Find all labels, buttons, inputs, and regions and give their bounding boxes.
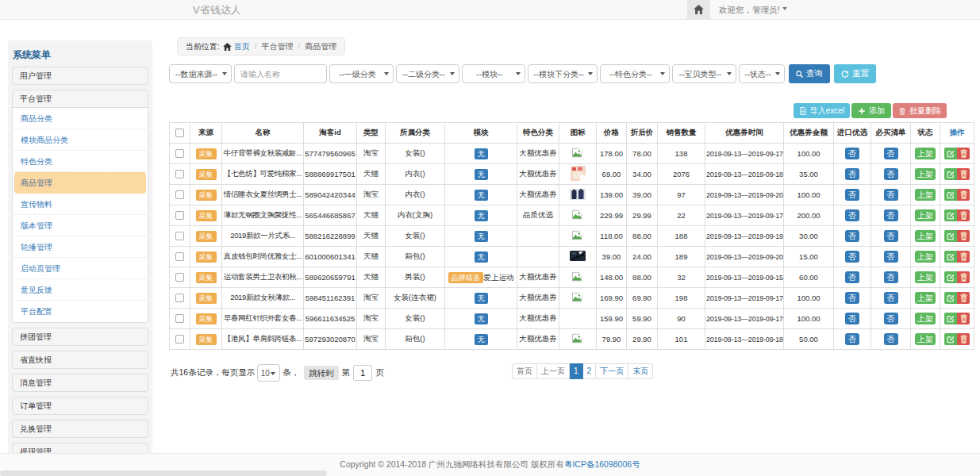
row-checkbox[interactable]	[175, 294, 184, 302]
col-header-折后价: 折后价	[627, 123, 658, 144]
page-button-上一页[interactable]: 上一页	[537, 363, 570, 379]
sidebar-panel-bottom-1-heading[interactable]: 省直快报	[13, 351, 148, 368]
delete-button[interactable]	[957, 168, 970, 180]
cell-name: 早春网红针织外套女春...	[222, 309, 304, 329]
select-all-checkbox[interactable]	[175, 129, 184, 137]
cell-status: 上架	[911, 288, 940, 309]
edit-button[interactable]	[944, 313, 957, 324]
sidebar-item-商品管理[interactable]: 商品管理	[14, 172, 146, 194]
add-button[interactable]: 添加	[851, 103, 891, 118]
sidebar-panel-platform: 平台管理商品分类模块商品分类特色分类商品管理宣传物料版本管理轮播管理启动页管理意…	[12, 90, 148, 323]
data-source-select[interactable]: --数据来源--	[169, 64, 232, 83]
col-header-来源: 来源	[190, 123, 222, 144]
cell-module: 无	[445, 226, 517, 247]
page-size-select[interactable]: 10	[257, 364, 280, 382]
sidebar-item-模块商品分类[interactable]: 模块商品分类	[14, 129, 146, 151]
cell-taoke-id: 598451162391	[304, 288, 357, 309]
filter-select-宝贝类型[interactable]: --宝贝类型--	[672, 64, 736, 83]
home-nav-button[interactable]	[687, 0, 710, 20]
page-button-2[interactable]: 2	[583, 363, 597, 379]
delete-button[interactable]	[957, 271, 970, 283]
sidebar-item-版本管理[interactable]: 版本管理	[14, 215, 146, 236]
row-checkbox[interactable]	[175, 232, 184, 240]
jump-button[interactable]: 跳转到	[304, 366, 339, 380]
sidebar-item-启动页管理[interactable]: 启动页管理	[14, 258, 146, 279]
edit-button[interactable]	[944, 292, 957, 304]
edit-button[interactable]	[944, 333, 957, 345]
cell-coupon-time: 2019-09-13—2019-09-17	[705, 288, 784, 309]
row-checkbox[interactable]	[175, 273, 184, 282]
edit-button[interactable]	[944, 189, 957, 201]
cell-category: 女装()	[386, 144, 445, 164]
source-badge: 采集	[196, 210, 217, 221]
sidebar-item-意见反馈[interactable]: 意见反馈	[14, 279, 146, 301]
delete-button[interactable]	[957, 148, 970, 159]
edit-button[interactable]	[944, 251, 957, 263]
sidebar-item-商品分类[interactable]: 商品分类	[14, 108, 146, 129]
sidebar-panel-bottom-4-heading[interactable]: 兑换管理	[13, 420, 148, 437]
horizontal-scrollbar-thumb[interactable]	[0, 470, 327, 476]
cell-type: 天猫	[357, 205, 386, 226]
search-button[interactable]: 查询	[789, 64, 830, 83]
sidebar-item-轮播管理[interactable]: 轮播管理	[14, 236, 146, 258]
row-checkbox[interactable]	[175, 252, 184, 261]
filter-select-模块下分类[interactable]: --模块下分类--	[528, 64, 598, 83]
row-checkbox[interactable]	[175, 211, 184, 220]
filter-select-模块[interactable]: --模块--	[462, 64, 525, 83]
row-checkbox[interactable]	[175, 170, 184, 178]
edit-button[interactable]	[944, 271, 957, 283]
sidebar-item-特色分类[interactable]: 特色分类	[14, 151, 146, 172]
edit-button[interactable]	[944, 148, 957, 159]
row-checkbox[interactable]	[175, 190, 184, 199]
cell-name: 薄款无钢圈文胸聚拢性...	[222, 205, 304, 226]
delete-button[interactable]	[957, 292, 970, 304]
cell-operations	[940, 329, 974, 350]
status-badge: 上架	[915, 251, 936, 263]
delete-button[interactable]	[957, 189, 970, 201]
cell-mustbuy-flag: 否	[871, 288, 911, 309]
sidebar-panel-platform-heading[interactable]: 平台管理	[13, 90, 148, 107]
delete-button[interactable]	[957, 333, 970, 345]
sidebar-item-平台配置[interactable]: 平台配置	[14, 301, 146, 322]
module-none-badge: 无	[475, 190, 488, 201]
cell-source: 采集	[190, 267, 222, 288]
batch-delete-button[interactable]: 批量删除	[893, 103, 947, 118]
sidebar-panel-bottom-0-heading[interactable]: 拼团管理	[13, 328, 148, 345]
sidebar-panel-bottom-3-heading[interactable]: 订单管理	[13, 397, 148, 414]
breadcrumb-home-link[interactable]: 首页	[234, 42, 250, 51]
cell-name: 2019新款一片式系...	[222, 226, 304, 247]
reset-button[interactable]: 重置	[834, 64, 876, 83]
filter-select-二级分类[interactable]: --二级分类--	[396, 64, 459, 83]
page-number-input[interactable]	[353, 365, 372, 381]
import-excel-button[interactable]: 导入excel	[794, 103, 850, 118]
delete-button[interactable]	[957, 251, 970, 263]
name-search-input[interactable]	[234, 64, 327, 83]
cell-type: 淘宝	[357, 144, 386, 164]
cell-checkbox	[170, 164, 190, 185]
user-menu[interactable]: 欢迎您，管理员!	[719, 0, 787, 20]
filter-select-特色分类[interactable]: --特色分类--	[600, 64, 670, 83]
delete-button[interactable]	[957, 313, 970, 324]
delete-button[interactable]	[957, 209, 970, 221]
delete-button[interactable]	[957, 230, 970, 242]
icp-link[interactable]: 粤ICP备16098006号	[564, 459, 640, 469]
cell-price: 178.00	[597, 144, 627, 164]
row-checkbox[interactable]	[175, 335, 184, 344]
sidebar-item-宣传物料[interactable]: 宣传物料	[14, 194, 146, 215]
page-button-1[interactable]: 1	[570, 363, 583, 379]
filter-select-状态[interactable]: --状态--	[739, 64, 785, 83]
page-button-下一页[interactable]: 下一页	[596, 363, 628, 379]
row-checkbox[interactable]	[175, 149, 184, 158]
sidebar-panel-bottom-2-heading[interactable]: 消息管理	[13, 374, 148, 391]
page-button-末页[interactable]: 末页	[628, 363, 653, 379]
cell-price: 79.90	[597, 329, 627, 350]
row-checkbox[interactable]	[175, 314, 184, 323]
page-button-首页[interactable]: 首页	[512, 363, 537, 379]
edit-button[interactable]	[944, 168, 957, 180]
filter-select-一级分类[interactable]: --一级分类	[329, 64, 394, 83]
module-none-badge: 无	[475, 251, 488, 263]
cell-discount-price: 88.00	[627, 226, 658, 247]
edit-button[interactable]	[944, 209, 957, 221]
sidebar-panel-top-0-heading[interactable]: 用户管理	[13, 67, 148, 84]
edit-button[interactable]	[944, 230, 957, 242]
